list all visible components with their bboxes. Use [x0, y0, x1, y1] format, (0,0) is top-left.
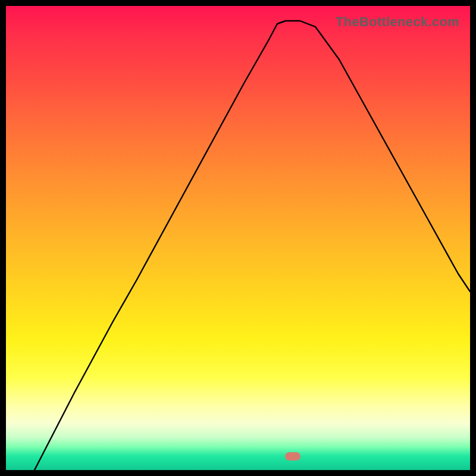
bottleneck-curve — [6, 6, 470, 470]
chart-frame: TheBottleneck.com — [0, 0, 476, 476]
plot-area: TheBottleneck.com — [6, 6, 470, 470]
optimal-point-marker — [285, 452, 300, 461]
